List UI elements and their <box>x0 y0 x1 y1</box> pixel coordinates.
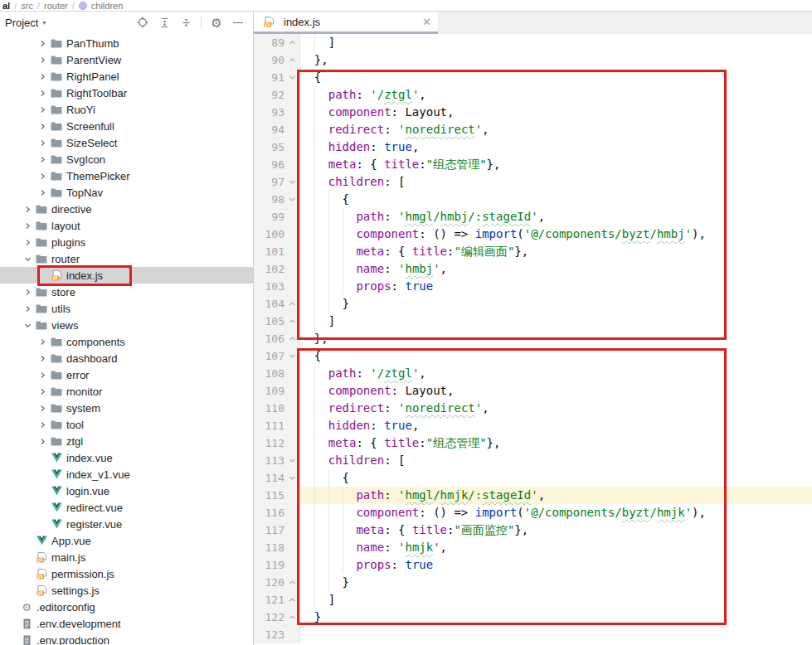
breadcrumb-item-src[interactable]: src <box>21 1 33 11</box>
chevron-right-icon[interactable] <box>21 222 35 230</box>
tree-item-screenfull[interactable]: Screenfull <box>0 118 253 134</box>
code-text[interactable]: props: true <box>300 556 812 574</box>
chevron-right-icon[interactable] <box>21 239 35 246</box>
chevron-right-icon[interactable] <box>36 106 50 114</box>
line-number[interactable]: 116 <box>254 504 284 521</box>
fold-region-start-icon[interactable] <box>284 452 299 469</box>
chevron-right-icon[interactable] <box>21 305 35 313</box>
tree-item-righttoolbar[interactable]: RightToolbar <box>0 85 253 101</box>
tree-item-store[interactable]: store <box>0 284 253 300</box>
tree-item-monitor[interactable]: monitor <box>0 383 253 400</box>
tree-item-app-vue[interactable]: App.vue <box>0 532 253 549</box>
line-number[interactable]: 113 <box>254 452 284 469</box>
line-number[interactable]: 106 <box>254 330 284 347</box>
chevron-right-icon[interactable] <box>36 388 50 395</box>
code-text[interactable]: redirect: 'noredirect', <box>300 121 812 138</box>
tree-item-parentview[interactable]: ParentView <box>0 51 253 68</box>
line-number[interactable]: 98 <box>254 191 284 208</box>
code-text[interactable]: component: Layout, <box>300 104 812 121</box>
code-text[interactable]: { <box>300 347 812 365</box>
tree-item-directive[interactable]: directive <box>0 201 253 217</box>
tab-index-js[interactable]: JS index.js ✕ <box>254 12 438 34</box>
line-number[interactable]: 120 <box>254 574 284 591</box>
line-number[interactable]: 109 <box>254 382 284 400</box>
tree-item-env-production[interactable]: .env.production <box>0 632 253 645</box>
line-number[interactable]: 114 <box>254 469 284 487</box>
line-number[interactable]: 122 <box>254 609 284 626</box>
fold-region-end-icon[interactable] <box>284 574 299 591</box>
tree-item-editorconfig[interactable]: ⚙.editorconfig <box>0 599 253 615</box>
tree-item-ruoyi[interactable]: RuoYi <box>0 101 253 118</box>
chevron-right-icon[interactable] <box>36 73 50 80</box>
tree-item-tool[interactable]: tool <box>0 416 253 433</box>
code-text[interactable] <box>300 626 812 643</box>
line-number[interactable]: 95 <box>254 138 284 156</box>
tree-item-permission-js[interactable]: JSpermission.js <box>0 565 253 582</box>
code-text[interactable]: name: 'hmbj', <box>300 260 812 278</box>
line-number[interactable]: 110 <box>254 400 284 417</box>
line-number[interactable]: 105 <box>254 313 284 330</box>
line-number[interactable]: 89 <box>254 34 284 51</box>
line-number[interactable]: 97 <box>254 173 284 191</box>
locate-icon[interactable] <box>136 16 149 29</box>
fold-region-end-icon[interactable] <box>284 609 299 626</box>
chevron-right-icon[interactable] <box>36 123 50 130</box>
code-text[interactable]: }, <box>300 51 812 69</box>
chevron-right-icon[interactable] <box>36 189 50 196</box>
code-text[interactable]: children: [ <box>300 173 812 191</box>
fold-region-start-icon[interactable] <box>284 347 299 365</box>
code-text[interactable]: name: 'hmjk', <box>300 539 812 556</box>
line-number[interactable]: 111 <box>254 417 284 434</box>
code-text[interactable]: hidden: true, <box>300 138 812 156</box>
tree-item-ztgl[interactable]: ztgl <box>0 433 253 449</box>
tree-item-env-development[interactable]: .env.development <box>0 615 253 632</box>
tree-item-themepicker[interactable]: ThemePicker <box>0 167 253 184</box>
fold-region-start-icon[interactable] <box>284 173 299 191</box>
line-number[interactable]: 96 <box>254 156 284 173</box>
hide-panel-icon[interactable] <box>231 16 245 29</box>
chevron-right-icon[interactable] <box>36 40 50 47</box>
line-number[interactable]: 117 <box>254 521 284 539</box>
tree-item-utils[interactable]: utils <box>0 300 253 317</box>
line-number[interactable]: 119 <box>254 556 284 574</box>
tree-item-plugins[interactable]: plugins <box>0 234 253 250</box>
tree-item-router[interactable]: router <box>0 250 253 267</box>
line-number[interactable]: 104 <box>254 295 284 313</box>
chevron-down-icon[interactable] <box>21 322 35 329</box>
line-number[interactable]: 107 <box>254 347 284 365</box>
chevron-right-icon[interactable] <box>21 289 35 296</box>
line-number[interactable]: 100 <box>254 226 284 243</box>
code-text[interactable]: component: Layout, <box>300 382 812 400</box>
tree-item-topnav[interactable]: TopNav <box>0 184 253 201</box>
fold-region-start-icon[interactable] <box>284 69 299 86</box>
code-text[interactable]: ] <box>300 313 812 330</box>
fold-region-end-icon[interactable] <box>284 330 299 347</box>
code-text[interactable]: { <box>300 469 812 487</box>
chevron-right-icon[interactable] <box>36 56 50 64</box>
fold-region-end-icon[interactable] <box>284 313 299 330</box>
fold-region-start-icon[interactable] <box>284 469 299 487</box>
chevron-right-icon[interactable] <box>36 90 50 97</box>
code-text[interactable]: } <box>300 295 812 313</box>
tree-item-settings-js[interactable]: JSsettings.js <box>0 582 253 599</box>
chevron-right-icon[interactable] <box>36 405 50 412</box>
chevron-right-icon[interactable] <box>36 338 50 346</box>
tree-item-layout[interactable]: layout <box>0 217 253 234</box>
code-text[interactable]: } <box>300 609 812 626</box>
fold-region-start-icon[interactable] <box>284 191 299 208</box>
tree-item-rightpanel[interactable]: RightPanel <box>0 68 253 85</box>
fold-region-end-icon[interactable] <box>284 51 299 69</box>
line-number[interactable]: 90 <box>254 51 284 69</box>
code-text[interactable]: path: '/ztgl', <box>300 365 812 382</box>
gear-icon[interactable]: ⚙ <box>210 16 223 29</box>
code-text[interactable]: meta: { title:"编辑画面"}, <box>300 243 812 260</box>
code-text[interactable]: component: () => import('@/components/by… <box>300 504 812 521</box>
line-number[interactable]: 92 <box>254 86 284 104</box>
fold-region-end-icon[interactable] <box>284 591 299 609</box>
code-text[interactable]: path: '/ztgl', <box>300 86 812 104</box>
line-number[interactable]: 94 <box>254 121 284 138</box>
tree-item-register-vue[interactable]: register.vue <box>0 516 253 532</box>
breadcrumb-item-children[interactable]: children <box>91 1 124 11</box>
code-editor[interactable]: 89 ]90 },91 {92 path: '/ztgl',93 compone… <box>254 34 812 645</box>
tree-item-index-v1-vue[interactable]: index_v1.vue <box>0 466 253 483</box>
